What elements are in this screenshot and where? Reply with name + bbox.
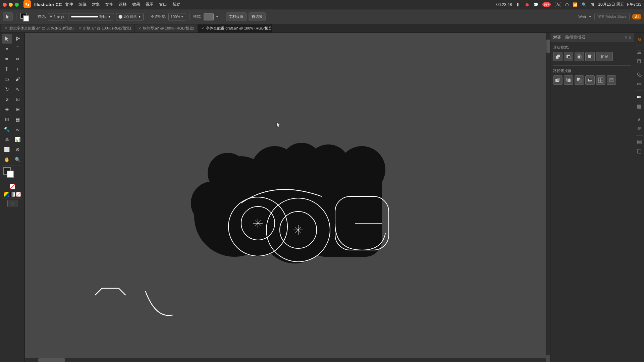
tab-1[interactable]: ✕ 折纸.ai* @ 100% (RGB/预览) bbox=[75, 24, 135, 33]
eyedropper-tool[interactable]: 🔦 bbox=[2, 125, 12, 134]
rs-artboard-icon[interactable] bbox=[636, 148, 643, 155]
symbol-sprayer-tool[interactable]: ⁂ bbox=[2, 135, 12, 144]
panel-tab-align[interactable]: 对齐 bbox=[553, 35, 561, 40]
rs-layers-icon[interactable] bbox=[636, 138, 643, 146]
tool-separator bbox=[2, 166, 22, 166]
lasso-tool[interactable]: ⌒ bbox=[13, 44, 23, 54]
rs-icon-1[interactable]: Ai bbox=[636, 36, 643, 43]
unite-btn[interactable] bbox=[553, 52, 562, 61]
close-button[interactable] bbox=[3, 3, 7, 7]
selection-tool[interactable] bbox=[2, 34, 12, 44]
rs-para-style-icon[interactable] bbox=[636, 125, 643, 133]
preferences-btn[interactable]: 首选项 bbox=[249, 12, 266, 21]
stroke-cap-selector[interactable]: ⬤ 3点圆形 ▼ bbox=[116, 13, 144, 20]
perspective-tool[interactable]: ⊞ bbox=[13, 105, 23, 114]
gradient-btn[interactable] bbox=[10, 192, 15, 197]
zoom-tool[interactable]: 🔍 bbox=[13, 155, 23, 164]
line-segment-tool[interactable]: / bbox=[13, 64, 23, 74]
selection-tool-btn[interactable] bbox=[3, 12, 13, 21]
scrollbar-thumb-h[interactable] bbox=[38, 358, 65, 362]
menu-file[interactable]: 文件 bbox=[65, 2, 73, 7]
slice-tool[interactable]: ⊗ bbox=[13, 145, 23, 154]
direct-selection-tool[interactable] bbox=[13, 34, 23, 44]
artboard-tool[interactable]: ⬜ bbox=[2, 145, 12, 154]
panel-close-btn[interactable]: ✕ bbox=[624, 35, 628, 40]
menu-view[interactable]: 视图 bbox=[146, 2, 154, 7]
rectangle-tool[interactable]: ▭ bbox=[2, 74, 12, 84]
vertical-scrollbar[interactable] bbox=[546, 33, 550, 355]
scrollbar-thumb-v[interactable] bbox=[546, 40, 550, 53]
menu-select[interactable]: 选择 bbox=[119, 2, 127, 7]
color-mode-btn[interactable] bbox=[4, 192, 9, 197]
rs-separator-3 bbox=[636, 90, 643, 91]
search-icon[interactable]: 🔍 bbox=[582, 2, 587, 7]
menu-window[interactable]: 窗口 bbox=[159, 2, 167, 7]
panel-tab-pathfinder[interactable]: 路径查找器 bbox=[565, 35, 585, 40]
free-transform-tool[interactable]: ⊡ bbox=[13, 95, 23, 104]
pathfinder-exclude-btn[interactable] bbox=[575, 75, 584, 85]
panel-menu-btn[interactable]: ≡ bbox=[629, 35, 631, 40]
pathfinder-intersect-btn[interactable] bbox=[564, 75, 573, 85]
rs-pathfinder-icon[interactable] bbox=[636, 71, 643, 78]
background-color[interactable] bbox=[7, 171, 14, 178]
menu-object[interactable]: 对象 bbox=[92, 2, 100, 7]
tab-close-0[interactable]: ✕ bbox=[5, 26, 7, 30]
menu-effect[interactable]: 效果 bbox=[132, 2, 140, 7]
doc-settings-btn[interactable]: 文档设置 bbox=[226, 12, 247, 21]
minus-front-btn[interactable] bbox=[564, 52, 573, 61]
stroke-style-selector[interactable]: 等比 ▼ bbox=[68, 13, 114, 20]
pathfinder-crop-btn[interactable] bbox=[607, 75, 616, 85]
shape-builder-tool[interactable]: ⊕ bbox=[2, 105, 12, 114]
tab-2[interactable]: ✕ 钢的琴.ai* @ 100% (RGB/预览) bbox=[135, 24, 198, 33]
menu-edit[interactable]: 编辑 bbox=[78, 2, 87, 7]
screen-mode-btn[interactable]: ⬛ bbox=[7, 200, 17, 207]
rs-align-icon[interactable] bbox=[636, 49, 643, 56]
pencil-tool[interactable]: ✏ bbox=[13, 54, 23, 64]
none-fill[interactable] bbox=[10, 184, 15, 189]
stock-search-btn[interactable]: AI bbox=[632, 14, 641, 19]
left-toolbar: ✦ ⌒ ✒ ✏ T / ▭ 🖌 ↻ ∿ ⌀ ⊡ ⊕ ⊞ bbox=[0, 33, 25, 362]
intersect-btn[interactable] bbox=[575, 52, 584, 61]
column-graph-tool[interactable]: 📊 bbox=[13, 135, 23, 144]
rs-transparency-icon[interactable] bbox=[636, 103, 643, 110]
search-field[interactable]: 搜索 Adobe Stock bbox=[594, 13, 630, 20]
blend-tool[interactable]: ∞ bbox=[13, 125, 23, 134]
tab-3[interactable]: ✕ 字体全能番 draft.ai* @ 100% (RGB/预览) bbox=[198, 24, 272, 33]
none-btn[interactable] bbox=[16, 192, 21, 197]
pen-tool[interactable]: ✒ bbox=[2, 54, 12, 64]
type-tool[interactable]: T bbox=[2, 64, 12, 74]
smooth-tool[interactable]: ∿ bbox=[13, 84, 23, 94]
warp-tool[interactable]: ⌀ bbox=[2, 95, 12, 104]
hand-tool[interactable]: ✋ bbox=[2, 155, 12, 164]
fullscreen-button[interactable] bbox=[15, 3, 19, 7]
horizontal-scrollbar[interactable] bbox=[25, 358, 546, 362]
control-center-icon[interactable]: ⊞ bbox=[591, 2, 594, 7]
exclude-btn[interactable] bbox=[585, 52, 595, 61]
mesh-tool[interactable]: ⊠ bbox=[2, 115, 12, 124]
menu-help[interactable]: 帮助 bbox=[172, 2, 180, 7]
tab-close-1[interactable]: ✕ bbox=[78, 26, 81, 30]
minimize-button[interactable] bbox=[9, 3, 13, 7]
stroke-width-field[interactable]: ∨ 1 pt pt bbox=[48, 13, 66, 20]
paintbrush-tool[interactable]: 🖌 bbox=[13, 74, 23, 84]
stroke-swatch[interactable] bbox=[23, 15, 29, 21]
rs-char-style-icon[interactable]: A bbox=[636, 116, 643, 123]
rs-gradient-icon[interactable] bbox=[636, 94, 643, 101]
tab-0[interactable]: ✕ 标志字体全能番.ai* @ 50% (RGB/预览) bbox=[1, 24, 75, 33]
rotate-tool[interactable]: ↻ bbox=[2, 84, 12, 94]
gradient-tool[interactable]: ▦ bbox=[13, 115, 23, 124]
rs-stroke-icon[interactable] bbox=[636, 80, 643, 88]
menu-text[interactable]: 文字 bbox=[105, 2, 113, 7]
magic-wand-tool[interactable]: ✦ bbox=[2, 44, 12, 54]
tab-close-3[interactable]: ✕ bbox=[201, 26, 204, 30]
opacity-field[interactable]: 100% ▼ bbox=[168, 13, 186, 20]
pathfinder-add-btn[interactable] bbox=[553, 75, 562, 85]
rs-transform-icon[interactable] bbox=[636, 58, 643, 65]
style-swatch[interactable] bbox=[204, 13, 214, 20]
canvas-area[interactable] bbox=[25, 33, 550, 362]
expand-btn[interactable]: 扩展 bbox=[596, 52, 613, 61]
pathfinder-subtract-btn[interactable] bbox=[585, 75, 595, 85]
pathfinder-more-btn[interactable] bbox=[596, 75, 605, 85]
menu-bar[interactable]: 文件 编辑 对象 文字 选择 效果 视图 窗口 帮助 bbox=[65, 2, 180, 7]
tab-close-2[interactable]: ✕ bbox=[138, 26, 141, 30]
